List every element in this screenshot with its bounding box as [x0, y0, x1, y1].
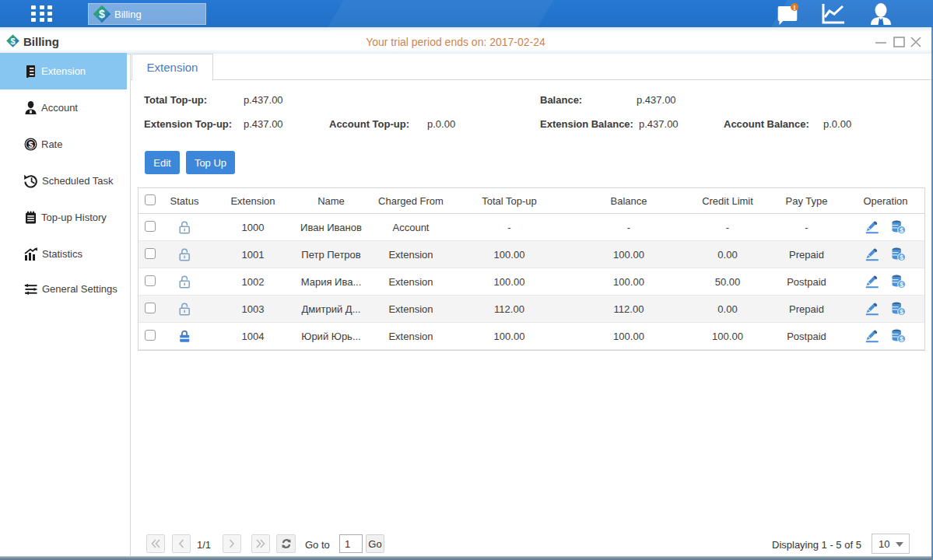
- svg-text:!: !: [794, 4, 796, 12]
- svg-text:$: $: [900, 335, 903, 343]
- svg-text:$: $: [900, 226, 903, 234]
- svg-text:$: $: [99, 8, 105, 20]
- svg-text:$: $: [900, 308, 903, 316]
- svg-text:$: $: [900, 254, 903, 261]
- svg-text:$: $: [28, 140, 33, 149]
- svg-text:$: $: [900, 281, 903, 289]
